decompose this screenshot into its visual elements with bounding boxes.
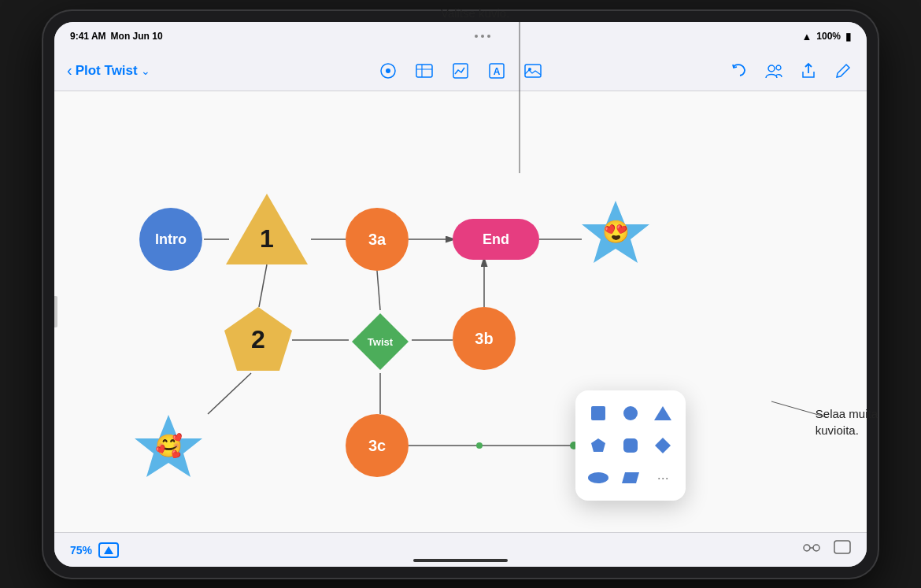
shape-3b[interactable]: 3b (453, 307, 516, 370)
chart-tool-icon[interactable] (449, 60, 472, 82)
shape-3c[interactable]: 3c (346, 414, 409, 477)
picker-oval[interactable] (583, 464, 612, 493)
svg-text:A: A (494, 66, 501, 77)
svg-line-21 (208, 373, 251, 414)
svg-point-11 (776, 65, 781, 70)
picker-parallelogram[interactable] (616, 464, 645, 493)
annotation-selaa-muita: Selaa muita kuvioita. (816, 405, 878, 438)
shape-triangle1-label: 1 (226, 194, 308, 264)
status-dot1 (475, 35, 478, 38)
picker-circle[interactable] (616, 398, 645, 427)
picker-pentagon[interactable] (583, 431, 612, 460)
shape-picker-popup[interactable]: ··· (575, 390, 686, 501)
view-icon[interactable] (834, 540, 851, 560)
zoom-badge (98, 542, 119, 558)
zoom-value: 75% (70, 544, 92, 557)
shape-tool-icon[interactable] (377, 60, 399, 82)
battery-percent: 100% (816, 31, 841, 42)
svg-rect-35 (623, 438, 638, 453)
undo-icon[interactable] (728, 60, 750, 82)
title-dropdown-icon[interactable]: ⌄ (141, 65, 150, 77)
table-tool-icon[interactable] (413, 60, 435, 82)
shape-pentagon2[interactable] (223, 304, 294, 375)
svg-rect-5 (453, 64, 468, 78)
battery-icon: ▮ (845, 31, 851, 43)
status-bar: 9:41 AM Mon Jun 10 ▲ 100% ▮ (54, 22, 867, 50)
picker-triangle[interactable] (649, 398, 678, 427)
picker-rounded-square[interactable] (616, 431, 645, 460)
picker-square[interactable] (583, 398, 612, 427)
svg-point-37 (588, 472, 608, 483)
svg-marker-34 (591, 438, 605, 452)
svg-rect-31 (591, 406, 605, 420)
shape-star-left[interactable]: 🥰 (133, 411, 204, 482)
picker-diamond[interactable] (649, 431, 678, 460)
side-handle (54, 296, 57, 327)
toolbar: ‹ Plot Twist ⌄ A (54, 50, 867, 91)
back-button[interactable]: ‹ Plot Twist ⌄ (67, 61, 150, 80)
back-chevron-icon: ‹ (67, 61, 72, 80)
svg-rect-8 (525, 65, 541, 77)
status-dot2 (481, 35, 484, 38)
zoom-control[interactable]: 75% (70, 542, 119, 558)
svg-marker-36 (655, 438, 671, 453)
shape-diamond-twist[interactable] (349, 310, 412, 373)
svg-rect-2 (416, 65, 432, 77)
shape-3a[interactable]: 3a (346, 208, 409, 271)
svg-point-40 (804, 545, 810, 551)
svg-marker-28 (224, 307, 292, 371)
shape-end[interactable]: End (453, 219, 539, 260)
edit-icon[interactable] (832, 60, 854, 82)
wifi-icon: ▲ (801, 31, 812, 43)
shape-star-right[interactable]: 😍 (580, 197, 651, 268)
collab-icon[interactable] (763, 60, 785, 82)
svg-point-10 (768, 65, 775, 72)
svg-marker-29 (352, 313, 409, 370)
picker-more[interactable]: ··· (649, 464, 678, 493)
svg-point-25 (476, 442, 483, 449)
annotation-valitse-kuvio: Valitse kuvio. (441, 6, 509, 20)
status-date: Mon Jun 10 (111, 31, 163, 42)
text-tool-icon[interactable]: A (486, 60, 508, 82)
svg-marker-39 (104, 546, 113, 554)
status-dot3 (487, 35, 490, 38)
svg-rect-43 (834, 541, 850, 553)
canvas-area[interactable]: Intro 1 3a End (54, 91, 867, 532)
arrange-icon[interactable] (802, 540, 821, 560)
svg-marker-33 (654, 406, 671, 420)
svg-marker-38 (622, 472, 639, 483)
svg-point-32 (623, 406, 638, 420)
home-indicator (413, 559, 508, 562)
svg-line-20 (377, 271, 380, 310)
svg-point-41 (813, 545, 819, 551)
shape-intro[interactable]: Intro (139, 208, 202, 271)
svg-line-16 (259, 264, 267, 307)
bottom-right-icons (802, 540, 851, 560)
status-time: 9:41 AM (70, 31, 106, 42)
media-tool-icon[interactable] (522, 60, 544, 82)
document-title: Plot Twist (76, 63, 138, 79)
svg-point-1 (386, 68, 390, 73)
share-icon[interactable] (797, 60, 819, 82)
